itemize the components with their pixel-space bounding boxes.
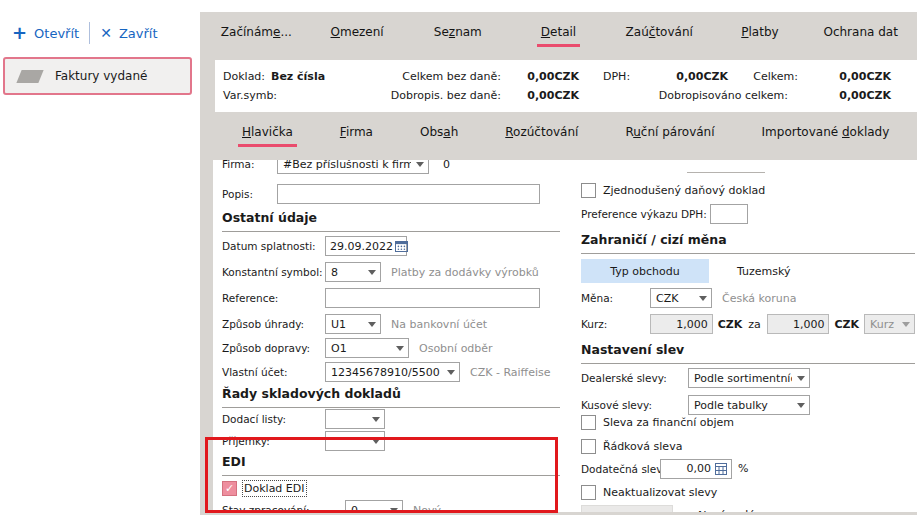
konstantni-symbol-combobox[interactable]: 8	[325, 262, 381, 282]
doklad-edi-row: Doklad EDI	[222, 478, 560, 498]
kurz-value-2: 1,000	[767, 314, 830, 334]
stav-zpracovani-label: Stav zpracování:	[222, 504, 345, 512]
section-zahranici: Zahraničí / cizí měna	[581, 232, 915, 254]
zpusob-uhrady-label: Způsob úhrady:	[222, 318, 325, 330]
kurz-currency-2: CZK	[834, 318, 859, 331]
dph-value: 0,00CZK	[643, 70, 728, 83]
dodaci-listy-combobox[interactable]	[325, 409, 385, 429]
close-button[interactable]: ✕ Zavřít	[100, 26, 157, 41]
vlastni-ucet-hint: CZK - Raiffeise	[470, 366, 551, 379]
firma-combobox[interactable]: #Bez příslušnosti k firmě	[277, 160, 429, 174]
detail-tabbar: Hlavička Firma Obsah Rozúčtování Ruční p…	[200, 112, 917, 157]
kurz-type-combobox: Kurz	[864, 314, 915, 334]
neaktualizovat-checkbox[interactable]	[581, 485, 596, 500]
chevron-down-icon	[797, 403, 805, 408]
typ-obchodu-button[interactable]: Typ obchodu	[581, 259, 709, 283]
tuzemsky-button[interactable]: Tuzemský	[737, 265, 791, 278]
dodaci-listy-label: Dodací listy:	[222, 413, 325, 425]
firma-row: Firma: #Bez příslušnosti k firmě 0	[222, 160, 560, 176]
chevron-down-icon	[902, 322, 910, 327]
doklad-edi-label[interactable]: Doklad EDI	[244, 482, 305, 495]
dodatecna-sleva-unit: %	[738, 462, 748, 475]
chevron-down-icon	[368, 270, 376, 275]
popis-label: Popis:	[222, 188, 277, 200]
tab-rucni-parovani[interactable]: Ruční párování	[621, 122, 718, 147]
kurz-value-1: 1,000	[650, 314, 713, 334]
doklad-edi-checkbox[interactable]	[222, 481, 237, 496]
zjednoduseny-checkbox[interactable]	[581, 183, 596, 198]
mena-label: Měna:	[581, 292, 650, 304]
konstantni-symbol-row: Konstantní symbol: 8 Platby za dodávky v…	[222, 260, 560, 284]
preference-dph-input[interactable]	[710, 204, 748, 224]
close-icon: ✕	[100, 26, 112, 40]
zpusob-dopravy-label: Způsob dopravy:	[222, 342, 325, 354]
calculator-icon[interactable]	[715, 463, 727, 475]
tab-seznam[interactable]: Seznam	[407, 22, 508, 47]
tab-omezeni[interactable]: Omezení	[307, 22, 408, 47]
neaktualizovat-label: Neaktualizovat slevy	[603, 486, 717, 499]
chevron-down-icon	[368, 322, 376, 327]
left-panel: + Otevřít ✕ Zavřít Faktury vydané	[0, 0, 200, 515]
vlastni-ucet-row: Vlastní účet: 12345678910/5500 CZK - Rai…	[222, 360, 560, 384]
vlastni-ucet-combobox[interactable]: 12345678910/5500	[325, 362, 460, 382]
zpusob-uhrady-hint: Na bankovní účet	[391, 318, 487, 331]
zpusob-uhrady-row: Způsob úhrady: U1 Na bankovní účet	[222, 312, 560, 336]
mena-hint: Česká koruna	[722, 292, 797, 305]
dobropisovano-value: 0,00CZK	[798, 89, 891, 102]
section-nastaveni-slev: Nastavení slev	[581, 342, 915, 364]
preference-dph-label: Preference výkazu DPH:	[581, 208, 710, 220]
reference-label: Reference:	[222, 292, 325, 304]
dodatecna-sleva-row: Dodatečná sleva: 0,00 %	[581, 457, 915, 480]
datum-splatnosti-row: Datum splatnosti: 29.09.2022	[222, 234, 560, 258]
typ-obchodu-row: Typ obchodu Tuzemský	[581, 258, 915, 284]
dodatecna-sleva-input[interactable]: 0,00	[660, 459, 732, 479]
tab-zaciname[interactable]: Začínáme...	[206, 22, 307, 47]
dealerske-slevy-combobox[interactable]: Podle sortimentních	[688, 368, 810, 388]
zpusob-dopravy-row: Způsob dopravy: O1 Osobní odběr	[222, 336, 560, 360]
konstantni-symbol-label: Konstantní symbol:	[222, 266, 325, 278]
skonto-status: Není zadáno	[698, 509, 770, 512]
datum-splatnosti-label: Datum splatnosti:	[222, 240, 325, 252]
sleva-fin-checkbox[interactable]	[581, 415, 596, 430]
stav-zpracovani-row: Stav zpracování: 0 Nový	[222, 498, 560, 512]
skonto-button[interactable]: Skonto	[581, 505, 673, 513]
form-right-column: Zjednodušený daňový doklad Preference vý…	[581, 160, 915, 512]
datum-splatnosti-input[interactable]: 29.09.2022	[325, 236, 407, 256]
radkova-sleva-row: Řádková sleva	[581, 438, 915, 454]
zjednoduseny-row: Zjednodušený daňový doklad	[581, 180, 915, 200]
form-area: Firma: #Bez příslušnosti k firmě 0 Popis…	[213, 160, 917, 512]
chevron-down-icon	[390, 508, 398, 513]
mena-combobox[interactable]: CZK	[650, 288, 712, 308]
section-edi: EDI	[222, 454, 560, 476]
sleva-fin-row: Sleva za finanční objem	[581, 414, 915, 430]
chevron-down-icon	[396, 346, 404, 351]
tab-firma[interactable]: Firma	[336, 122, 377, 147]
sidebar-item-faktury-vydane[interactable]: Faktury vydané	[3, 57, 192, 95]
popis-input[interactable]	[277, 184, 540, 204]
tab-hlavicka[interactable]: Hlavička	[238, 122, 297, 147]
kurz-currency-1: CZK	[718, 318, 743, 331]
tab-importovane-doklady[interactable]: Importované doklady	[758, 122, 894, 147]
zpusob-uhrady-combobox[interactable]: U1	[325, 314, 381, 334]
kurz-row: Kurz: 1,000 CZK za 1,000 CZK Kurz	[581, 312, 915, 336]
tab-rozuctovani[interactable]: Rozúčtování	[501, 122, 582, 147]
open-button[interactable]: + Otevřít	[12, 26, 79, 41]
kusove-slevy-combobox[interactable]: Podle tabulky	[688, 395, 810, 415]
tab-zauctovani[interactable]: Zaúčtování	[609, 22, 710, 47]
neaktualizovat-row: Neaktualizovat slevy	[581, 484, 915, 500]
dobropis-value: 0,00CZK	[501, 89, 579, 102]
calendar-icon[interactable]	[395, 240, 408, 252]
tab-obsah[interactable]: Obsah	[416, 122, 462, 147]
radkova-sleva-checkbox[interactable]	[581, 439, 596, 454]
tab-ochrana-dat[interactable]: Ochrana dat	[810, 22, 911, 47]
reference-input[interactable]	[325, 288, 540, 308]
prijemky-combobox[interactable]	[325, 431, 385, 451]
kusove-slevy-label: Kusové slevy:	[581, 399, 688, 411]
stav-zpracovani-combobox[interactable]: 0	[345, 500, 403, 512]
main-panel: Začínáme... Omezení Seznam Detail Zaúčto…	[200, 12, 917, 515]
tab-platby[interactable]: Platby	[710, 22, 811, 47]
tab-detail[interactable]: Detail	[508, 22, 609, 47]
reference-row: Reference:	[222, 286, 560, 310]
dodaci-listy-row: Dodací listy:	[222, 408, 560, 430]
zpusob-dopravy-combobox[interactable]: O1	[325, 338, 409, 358]
